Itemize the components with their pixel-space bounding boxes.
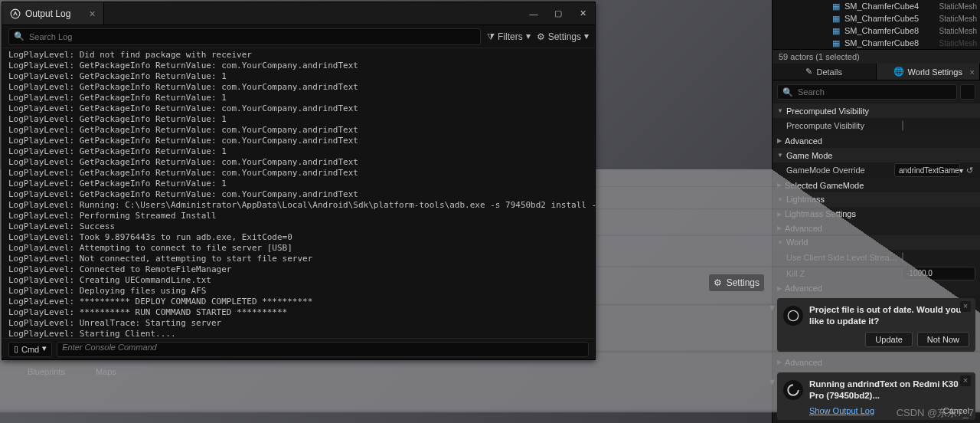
outliner-row[interactable]: ▦SM_ChamferCube8StaticMesh xyxy=(773,37,980,49)
details-search[interactable]: 🔍 xyxy=(777,84,957,100)
mesh-icon: ▦ xyxy=(832,14,840,24)
pencil-icon: ✎ xyxy=(805,67,812,77)
cat-advanced-1[interactable]: ▶Advanced xyxy=(773,134,980,149)
close-button[interactable]: ✕ xyxy=(570,5,595,23)
gear-icon: ⚙ xyxy=(537,31,545,42)
prop-precompute-visibility: Precompute Visibility xyxy=(773,118,980,134)
search-icon: 🔍 xyxy=(14,31,24,41)
outliner-row[interactable]: ▦SM_ChamferCube8StaticMesh xyxy=(773,25,980,37)
mesh-icon: ▦ xyxy=(832,38,840,48)
tab-output-log[interactable]: Output Log × xyxy=(2,2,104,25)
view-options-button[interactable] xyxy=(960,84,975,100)
tab-world-settings[interactable]: 🌐 World Settings × xyxy=(877,64,981,80)
unreal-logo-icon xyxy=(783,306,803,326)
cat-game-mode[interactable]: ▼Game Mode xyxy=(773,148,980,162)
tab-output-log-label: Output Log xyxy=(25,8,70,19)
console-command-input[interactable] xyxy=(57,342,589,357)
cancel-link[interactable]: Cancel xyxy=(943,406,969,415)
cat-selected-gamemode[interactable]: ▶Selected GameMode xyxy=(773,178,980,192)
actor-name: SM_ChamferCube8 xyxy=(844,38,919,48)
unreal-logo-icon xyxy=(10,8,21,19)
outliner-status: 59 actors (1 selected) xyxy=(773,49,980,64)
update-button[interactable]: Update xyxy=(865,332,912,347)
tab-maps[interactable]: Maps xyxy=(96,367,116,376)
content-browser-tabs: Blueprints Maps xyxy=(0,363,116,380)
cmd-target-dropdown[interactable]: ▯ Cmd ▾ xyxy=(8,342,52,357)
spinner-icon xyxy=(783,380,803,400)
close-icon[interactable]: × xyxy=(960,301,971,312)
svg-point-0 xyxy=(11,9,20,18)
log-settings-dropdown[interactable]: ⚙ Settings ▾ xyxy=(537,31,589,42)
filters-dropdown[interactable]: ⧩ Filters ▾ xyxy=(487,31,531,42)
actor-name: SM_ChamferCube4 xyxy=(844,2,919,11)
console-icon: ▯ xyxy=(14,344,18,354)
outliner-row[interactable]: ▦SM_ChamferCube4StaticMesh xyxy=(773,0,980,12)
actor-name: SM_ChamferCube8 xyxy=(844,26,919,35)
tab-blueprints[interactable]: Blueprints xyxy=(28,367,65,376)
reset-icon[interactable]: ↺ xyxy=(963,164,975,176)
gear-icon: ⚙ xyxy=(714,277,722,288)
precompute-visibility-checkbox[interactable] xyxy=(902,120,903,131)
not-now-button[interactable]: Not Now xyxy=(917,332,969,347)
log-search[interactable]: 🔍 xyxy=(8,28,481,45)
actor-type: StaticMesh xyxy=(939,2,980,11)
chevron-down-icon: ▾ xyxy=(584,31,589,41)
chevron-down-icon: ▾ xyxy=(526,31,531,41)
close-icon[interactable]: × xyxy=(960,375,971,386)
message-text: Running andrindText on Redmi K30 Pro (79… xyxy=(809,379,969,402)
maximize-button[interactable]: ▢ xyxy=(546,5,570,23)
chevron-down-icon: ▾ xyxy=(42,343,47,353)
prop-gamemode-override: GameMode Override andrindTextGame▾ ↺ xyxy=(773,162,980,179)
search-icon: 🔍 xyxy=(782,87,793,97)
filter-icon: ⧩ xyxy=(487,31,495,42)
mesh-icon: ▦ xyxy=(832,26,840,36)
cat-precomputed-visibility[interactable]: ▼Precomputed Visibility xyxy=(773,103,980,118)
scene-outliner[interactable]: ▦SM_ChamferCube4StaticMesh▦SM_ChamferCub… xyxy=(773,0,980,49)
message-running-device: ▼ Running andrindText on Redmi K30 Pro (… xyxy=(777,372,975,420)
minimize-button[interactable]: — xyxy=(521,5,546,23)
viewport-settings-button[interactable]: ⚙ Settings xyxy=(709,274,764,291)
close-icon[interactable]: × xyxy=(89,8,95,20)
actor-type: StaticMesh xyxy=(939,27,980,35)
viewport-settings-label: Settings xyxy=(727,277,760,288)
show-output-log-link[interactable]: Show Output Log xyxy=(809,406,874,415)
globe-icon: 🌐 xyxy=(893,67,904,77)
gamemode-combo[interactable]: andrindTextGame▾ xyxy=(894,163,960,177)
tab-details[interactable]: ✎ Details xyxy=(773,64,877,80)
log-output[interactable]: LogPlayLevel: Did not find package with … xyxy=(2,48,595,338)
outliner-row[interactable]: ▦SM_ChamferCube5StaticMesh xyxy=(773,12,980,25)
mesh-icon: ▦ xyxy=(832,2,840,11)
close-icon[interactable]: × xyxy=(970,67,975,77)
actor-type: StaticMesh xyxy=(939,15,980,23)
message-text: Project file is out of date. Would you l… xyxy=(809,304,969,327)
log-search-input[interactable] xyxy=(29,32,475,41)
actor-name: SM_ChamferCube5 xyxy=(844,14,919,23)
output-log-panel: Output Log × — ▢ ✕ 🔍 ⧩ Filters ▾ xyxy=(2,2,596,360)
actor-type: StaticMesh xyxy=(939,39,980,48)
svg-point-1 xyxy=(788,311,798,321)
message-project-outdated: ▼ Project file is out of date. Would you… xyxy=(777,298,975,352)
